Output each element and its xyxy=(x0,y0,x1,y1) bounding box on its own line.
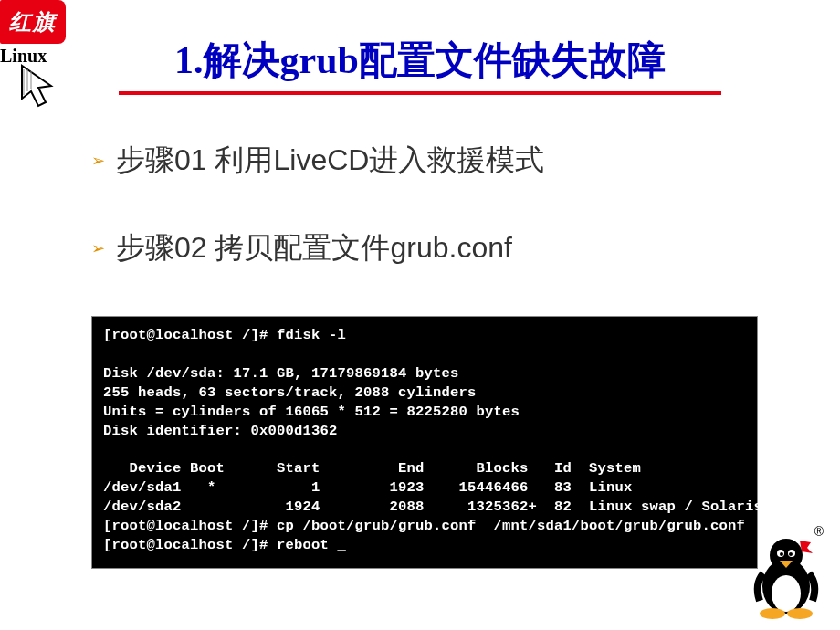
svg-point-13 xyxy=(787,608,813,619)
content-area: ➢ 步骤01 利用LiveCD进入救援模式 ➢ 步骤02 拷贝配置文件grub.… xyxy=(0,95,840,268)
svg-point-12 xyxy=(760,608,785,619)
title-section: 1.解决grub配置文件缺失故障 xyxy=(0,0,840,95)
slide-title: 1.解决grub配置文件缺失故障 xyxy=(174,35,666,86)
tux-penguin-icon xyxy=(745,530,827,625)
svg-marker-0 xyxy=(22,66,51,106)
bullet-item: ➢ 步骤02 拷贝配置文件grub.conf xyxy=(91,228,767,268)
chevron-right-icon: ➢ xyxy=(91,151,105,171)
bullet-text: 步骤01 利用LiveCD进入救援模式 xyxy=(116,141,544,181)
bullet-item: ➢ 步骤01 利用LiveCD进入救援模式 xyxy=(91,141,767,181)
bullet-text: 步骤02 拷贝配置文件grub.conf xyxy=(116,228,512,268)
svg-marker-14 xyxy=(800,541,813,553)
cursor-icon xyxy=(18,64,64,121)
terminal-screenshot: [root@localhost /]# fdisk -l Disk /dev/s… xyxy=(91,316,758,569)
chevron-right-icon: ➢ xyxy=(91,238,105,258)
logo-flag-text: 红旗 xyxy=(0,0,66,44)
svg-point-5 xyxy=(772,575,801,612)
svg-point-10 xyxy=(789,552,793,556)
svg-point-9 xyxy=(780,552,783,556)
